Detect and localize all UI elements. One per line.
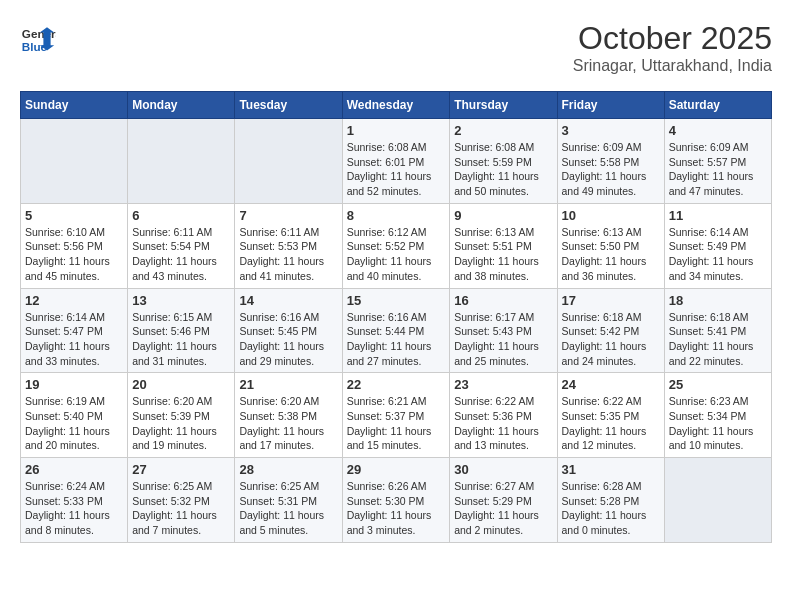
day-info: Sunrise: 6:14 AMSunset: 5:47 PMDaylight:… xyxy=(25,310,123,369)
day-number: 18 xyxy=(669,293,767,308)
calendar-cell: 17Sunrise: 6:18 AMSunset: 5:42 PMDayligh… xyxy=(557,288,664,373)
calendar-week-row: 1Sunrise: 6:08 AMSunset: 6:01 PMDaylight… xyxy=(21,119,772,204)
calendar-cell xyxy=(128,119,235,204)
day-number: 21 xyxy=(239,377,337,392)
month-title: October 2025 xyxy=(573,20,772,57)
day-number: 23 xyxy=(454,377,552,392)
day-info: Sunrise: 6:26 AMSunset: 5:30 PMDaylight:… xyxy=(347,479,446,538)
calendar-cell: 3Sunrise: 6:09 AMSunset: 5:58 PMDaylight… xyxy=(557,119,664,204)
calendar-cell: 9Sunrise: 6:13 AMSunset: 5:51 PMDaylight… xyxy=(450,203,557,288)
calendar-cell: 30Sunrise: 6:27 AMSunset: 5:29 PMDayligh… xyxy=(450,458,557,543)
day-info: Sunrise: 6:14 AMSunset: 5:49 PMDaylight:… xyxy=(669,225,767,284)
day-info: Sunrise: 6:08 AMSunset: 5:59 PMDaylight:… xyxy=(454,140,552,199)
day-info: Sunrise: 6:22 AMSunset: 5:35 PMDaylight:… xyxy=(562,394,660,453)
day-info: Sunrise: 6:23 AMSunset: 5:34 PMDaylight:… xyxy=(669,394,767,453)
day-info: Sunrise: 6:11 AMSunset: 5:54 PMDaylight:… xyxy=(132,225,230,284)
calendar-cell xyxy=(664,458,771,543)
calendar-cell: 18Sunrise: 6:18 AMSunset: 5:41 PMDayligh… xyxy=(664,288,771,373)
calendar-cell: 31Sunrise: 6:28 AMSunset: 5:28 PMDayligh… xyxy=(557,458,664,543)
day-info: Sunrise: 6:25 AMSunset: 5:31 PMDaylight:… xyxy=(239,479,337,538)
day-number: 7 xyxy=(239,208,337,223)
day-number: 3 xyxy=(562,123,660,138)
calendar-cell: 20Sunrise: 6:20 AMSunset: 5:39 PMDayligh… xyxy=(128,373,235,458)
day-number: 2 xyxy=(454,123,552,138)
day-info: Sunrise: 6:08 AMSunset: 6:01 PMDaylight:… xyxy=(347,140,446,199)
day-number: 30 xyxy=(454,462,552,477)
weekday-header: Thursday xyxy=(450,92,557,119)
day-number: 13 xyxy=(132,293,230,308)
day-info: Sunrise: 6:11 AMSunset: 5:53 PMDaylight:… xyxy=(239,225,337,284)
calendar-cell: 4Sunrise: 6:09 AMSunset: 5:57 PMDaylight… xyxy=(664,119,771,204)
calendar-cell: 2Sunrise: 6:08 AMSunset: 5:59 PMDaylight… xyxy=(450,119,557,204)
day-number: 1 xyxy=(347,123,446,138)
day-number: 27 xyxy=(132,462,230,477)
day-info: Sunrise: 6:20 AMSunset: 5:38 PMDaylight:… xyxy=(239,394,337,453)
calendar-cell: 21Sunrise: 6:20 AMSunset: 5:38 PMDayligh… xyxy=(235,373,342,458)
day-number: 10 xyxy=(562,208,660,223)
calendar-cell: 25Sunrise: 6:23 AMSunset: 5:34 PMDayligh… xyxy=(664,373,771,458)
weekday-header: Wednesday xyxy=(342,92,450,119)
page-header: General Blue October 2025 Srinagar, Utta… xyxy=(20,20,772,75)
title-block: October 2025 Srinagar, Uttarakhand, Indi… xyxy=(573,20,772,75)
calendar-week-row: 12Sunrise: 6:14 AMSunset: 5:47 PMDayligh… xyxy=(21,288,772,373)
day-number: 26 xyxy=(25,462,123,477)
day-info: Sunrise: 6:13 AMSunset: 5:50 PMDaylight:… xyxy=(562,225,660,284)
calendar-week-row: 5Sunrise: 6:10 AMSunset: 5:56 PMDaylight… xyxy=(21,203,772,288)
day-info: Sunrise: 6:19 AMSunset: 5:40 PMDaylight:… xyxy=(25,394,123,453)
day-info: Sunrise: 6:18 AMSunset: 5:41 PMDaylight:… xyxy=(669,310,767,369)
weekday-header-row: SundayMondayTuesdayWednesdayThursdayFrid… xyxy=(21,92,772,119)
day-number: 8 xyxy=(347,208,446,223)
calendar-cell: 16Sunrise: 6:17 AMSunset: 5:43 PMDayligh… xyxy=(450,288,557,373)
day-number: 19 xyxy=(25,377,123,392)
day-info: Sunrise: 6:25 AMSunset: 5:32 PMDaylight:… xyxy=(132,479,230,538)
day-number: 9 xyxy=(454,208,552,223)
calendar-week-row: 26Sunrise: 6:24 AMSunset: 5:33 PMDayligh… xyxy=(21,458,772,543)
day-number: 6 xyxy=(132,208,230,223)
calendar-cell: 14Sunrise: 6:16 AMSunset: 5:45 PMDayligh… xyxy=(235,288,342,373)
weekday-header: Sunday xyxy=(21,92,128,119)
calendar-cell: 24Sunrise: 6:22 AMSunset: 5:35 PMDayligh… xyxy=(557,373,664,458)
day-number: 31 xyxy=(562,462,660,477)
day-number: 5 xyxy=(25,208,123,223)
day-info: Sunrise: 6:10 AMSunset: 5:56 PMDaylight:… xyxy=(25,225,123,284)
logo-icon: General Blue xyxy=(20,20,56,56)
calendar-cell: 19Sunrise: 6:19 AMSunset: 5:40 PMDayligh… xyxy=(21,373,128,458)
calendar-cell: 26Sunrise: 6:24 AMSunset: 5:33 PMDayligh… xyxy=(21,458,128,543)
calendar-cell xyxy=(21,119,128,204)
day-number: 16 xyxy=(454,293,552,308)
day-number: 20 xyxy=(132,377,230,392)
day-number: 25 xyxy=(669,377,767,392)
calendar-cell: 7Sunrise: 6:11 AMSunset: 5:53 PMDaylight… xyxy=(235,203,342,288)
day-info: Sunrise: 6:24 AMSunset: 5:33 PMDaylight:… xyxy=(25,479,123,538)
day-info: Sunrise: 6:09 AMSunset: 5:57 PMDaylight:… xyxy=(669,140,767,199)
day-number: 22 xyxy=(347,377,446,392)
weekday-header: Tuesday xyxy=(235,92,342,119)
day-info: Sunrise: 6:13 AMSunset: 5:51 PMDaylight:… xyxy=(454,225,552,284)
day-number: 15 xyxy=(347,293,446,308)
day-info: Sunrise: 6:09 AMSunset: 5:58 PMDaylight:… xyxy=(562,140,660,199)
day-info: Sunrise: 6:16 AMSunset: 5:45 PMDaylight:… xyxy=(239,310,337,369)
calendar-table: SundayMondayTuesdayWednesdayThursdayFrid… xyxy=(20,91,772,543)
day-info: Sunrise: 6:20 AMSunset: 5:39 PMDaylight:… xyxy=(132,394,230,453)
day-number: 29 xyxy=(347,462,446,477)
day-info: Sunrise: 6:17 AMSunset: 5:43 PMDaylight:… xyxy=(454,310,552,369)
day-info: Sunrise: 6:21 AMSunset: 5:37 PMDaylight:… xyxy=(347,394,446,453)
location-subtitle: Srinagar, Uttarakhand, India xyxy=(573,57,772,75)
calendar-cell: 29Sunrise: 6:26 AMSunset: 5:30 PMDayligh… xyxy=(342,458,450,543)
weekday-header: Friday xyxy=(557,92,664,119)
day-number: 28 xyxy=(239,462,337,477)
svg-text:General: General xyxy=(22,27,56,40)
day-info: Sunrise: 6:12 AMSunset: 5:52 PMDaylight:… xyxy=(347,225,446,284)
calendar-cell: 15Sunrise: 6:16 AMSunset: 5:44 PMDayligh… xyxy=(342,288,450,373)
day-info: Sunrise: 6:16 AMSunset: 5:44 PMDaylight:… xyxy=(347,310,446,369)
weekday-header: Saturday xyxy=(664,92,771,119)
day-info: Sunrise: 6:15 AMSunset: 5:46 PMDaylight:… xyxy=(132,310,230,369)
day-info: Sunrise: 6:18 AMSunset: 5:42 PMDaylight:… xyxy=(562,310,660,369)
calendar-cell: 5Sunrise: 6:10 AMSunset: 5:56 PMDaylight… xyxy=(21,203,128,288)
day-info: Sunrise: 6:28 AMSunset: 5:28 PMDaylight:… xyxy=(562,479,660,538)
calendar-cell: 8Sunrise: 6:12 AMSunset: 5:52 PMDaylight… xyxy=(342,203,450,288)
calendar-cell: 11Sunrise: 6:14 AMSunset: 5:49 PMDayligh… xyxy=(664,203,771,288)
calendar-cell: 6Sunrise: 6:11 AMSunset: 5:54 PMDaylight… xyxy=(128,203,235,288)
day-number: 11 xyxy=(669,208,767,223)
day-info: Sunrise: 6:22 AMSunset: 5:36 PMDaylight:… xyxy=(454,394,552,453)
